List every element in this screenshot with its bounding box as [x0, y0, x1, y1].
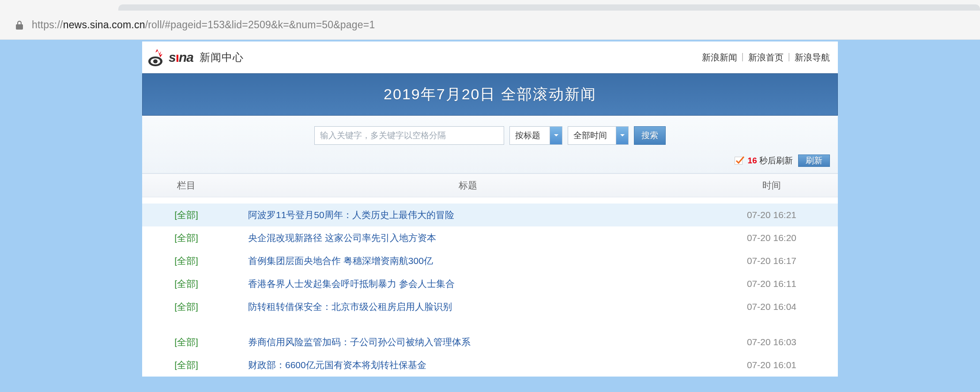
auto-refresh-row: 16 秒后刷新 刷新	[142, 155, 838, 173]
col-header-time: 时间	[705, 179, 838, 192]
separator: |	[788, 52, 790, 64]
search-button[interactable]: 搜索	[634, 126, 666, 145]
chevron-down-icon[interactable]	[616, 126, 629, 145]
row-category[interactable]: [全部]	[142, 359, 230, 371]
row-title: 阿波罗11号登月50周年：人类历史上最伟大的冒险	[230, 209, 705, 221]
auto-refresh-checkbox[interactable]	[735, 157, 743, 165]
row-time: 07-20 16:20	[705, 233, 838, 243]
header-link-home[interactable]: 新浪首页	[748, 52, 784, 64]
row-category[interactable]: [全部]	[142, 232, 230, 244]
logo-cn: 新闻中心	[200, 50, 244, 64]
url-host: news.sina.com.cn	[63, 19, 145, 30]
news-rows: [全部]阿波罗11号登月50周年：人类历史上最伟大的冒险07-20 16:21[…	[142, 197, 838, 377]
sina-eye-icon	[148, 49, 166, 66]
page-viewport: sına 新闻中心 新浪新闻 | 新浪首页 | 新浪导航 2019年7月20日 …	[0, 40, 980, 392]
row-time: 07-20 16:01	[705, 360, 838, 370]
row-category[interactable]: [全部]	[142, 278, 230, 290]
table-row: [全部]首例集团层面央地合作 粤穗深增资南航300亿07-20 16:17	[142, 249, 838, 272]
search-input[interactable]	[314, 126, 504, 145]
browser-tab-background	[118, 4, 980, 11]
row-title-link[interactable]: 香港各界人士发起集会呼吁抵制暴力 参会人士集合	[248, 279, 455, 289]
separator: |	[742, 52, 744, 64]
row-title: 券商信用风险监管加码：子公司孙公司被纳入管理体系	[230, 336, 705, 348]
group-gap	[142, 318, 838, 331]
auto-refresh-label: 16 秒后刷新	[748, 155, 793, 166]
browser-address-bar[interactable]: https://news.sina.com.cn/roll/#pageid=15…	[0, 11, 980, 40]
row-time: 07-20 16:04	[705, 302, 838, 312]
row-category[interactable]: [全部]	[142, 301, 230, 313]
row-category[interactable]: [全部]	[142, 336, 230, 348]
table-row: [全部]香港各界人士发起集会呼吁抵制暴力 参会人士集合07-20 16:11	[142, 272, 838, 295]
header-link-nav[interactable]: 新浪导航	[795, 52, 830, 64]
countdown-suffix: 秒后刷新	[757, 156, 793, 165]
logo-latin: sına	[169, 50, 193, 65]
refresh-button[interactable]: 刷新	[798, 155, 830, 167]
row-time: 07-20 16:11	[705, 279, 838, 289]
col-header-category: 栏目	[142, 179, 230, 192]
select-by-wrap[interactable]: 按标题	[509, 126, 562, 145]
select-time-wrap[interactable]: 全部时间	[568, 126, 629, 145]
row-category[interactable]: [全部]	[142, 209, 230, 221]
table-header: 栏目 标题 时间	[142, 173, 838, 197]
row-time: 07-20 16:21	[705, 210, 838, 220]
site-logo[interactable]: sına 新闻中心	[148, 49, 244, 66]
search-row: 按标题 全部时间 搜索	[142, 116, 838, 155]
row-title-link[interactable]: 券商信用风险监管加码：子公司孙公司被纳入管理体系	[248, 337, 471, 347]
chevron-down-icon[interactable]	[550, 126, 562, 145]
page-content: sına 新闻中心 新浪新闻 | 新浪首页 | 新浪导航 2019年7月20日 …	[142, 41, 838, 377]
table-row: [全部]券商信用风险监管加码：子公司孙公司被纳入管理体系07-20 16:03	[142, 331, 838, 354]
row-title-link[interactable]: 阿波罗11号登月50周年：人类历史上最伟大的冒险	[248, 210, 454, 220]
table-row: [全部]防转租转借保安全：北京市级公租房启用人脸识别07-20 16:04	[142, 295, 838, 318]
row-title-link[interactable]: 首例集团层面央地合作 粤穗深增资南航300亿	[248, 256, 433, 266]
row-title: 央企混改现新路径 这家公司率先引入地方资本	[230, 232, 705, 244]
table-row: [全部]财政部：6600亿元国有资本将划转社保基金07-20 16:01	[142, 354, 838, 377]
header-links: 新浪新闻 | 新浪首页 | 新浪导航	[702, 52, 830, 64]
row-title: 防转租转借保安全：北京市级公租房启用人脸识别	[230, 301, 705, 313]
select-time-label[interactable]: 全部时间	[568, 126, 616, 145]
row-title: 香港各界人士发起集会呼吁抵制暴力 参会人士集合	[230, 278, 705, 290]
row-title: 首例集团层面央地合作 粤穗深增资南航300亿	[230, 255, 705, 267]
site-header: sına 新闻中心 新浪新闻 | 新浪首页 | 新浪导航	[142, 41, 838, 73]
url-scheme: https://	[32, 19, 63, 30]
col-header-title: 标题	[230, 179, 705, 192]
table-row: [全部]阿波罗11号登月50周年：人类历史上最伟大的冒险07-20 16:21	[142, 204, 838, 226]
table-row: [全部]央企混改现新路径 这家公司率先引入地方资本07-20 16:20	[142, 226, 838, 249]
toolbar: 按标题 全部时间 搜索 16 秒后刷新	[142, 116, 838, 173]
browser-url[interactable]: https://news.sina.com.cn/roll/#pageid=15…	[32, 19, 375, 31]
row-title-link[interactable]: 财政部：6600亿元国有资本将划转社保基金	[248, 360, 426, 370]
countdown-value: 16	[748, 156, 757, 165]
svg-point-2	[153, 60, 158, 64]
row-title: 财政部：6600亿元国有资本将划转社保基金	[230, 359, 705, 371]
select-by-label[interactable]: 按标题	[509, 126, 550, 145]
row-category[interactable]: [全部]	[142, 255, 230, 267]
browser-tabstrip	[0, 0, 980, 11]
banner-title: 2019年7月20日 全部滚动新闻	[384, 84, 596, 105]
row-time: 07-20 16:03	[705, 337, 838, 347]
page-banner: 2019年7月20日 全部滚动新闻	[142, 73, 838, 116]
row-title-link[interactable]: 央企混改现新路径 这家公司率先引入地方资本	[248, 233, 436, 243]
url-path: /roll/#pageid=153&lid=2509&k=&num=50&pag…	[145, 19, 375, 30]
row-title-link[interactable]: 防转租转借保安全：北京市级公租房启用人脸识别	[248, 302, 452, 312]
lock-icon	[16, 21, 23, 30]
row-time: 07-20 16:17	[705, 256, 838, 266]
header-link-news[interactable]: 新浪新闻	[702, 52, 737, 64]
